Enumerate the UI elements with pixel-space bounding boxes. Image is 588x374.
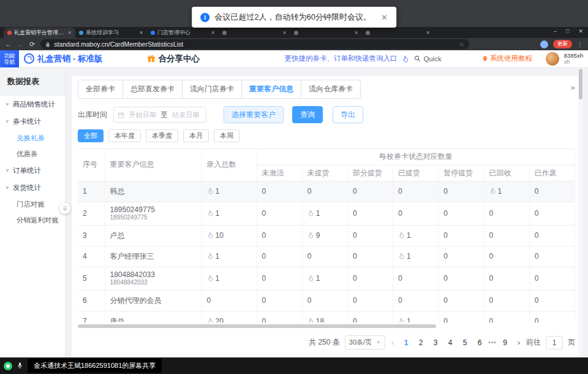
browser-menu-icon[interactable]: ⋮ [577, 41, 583, 48]
browser-tab-store[interactable]: 门店管理中心 ✕ [147, 28, 219, 38]
microphone-icon[interactable] [17, 362, 23, 370]
click-hand-icon [489, 188, 496, 194]
sidebar-collapse-handle[interactable]: ☰ [59, 203, 70, 214]
cell-status-count[interactable]: 1 [393, 311, 439, 322]
page-number[interactable]: 4 [444, 338, 456, 347]
tab-hq-direct-cards[interactable]: 总部直发券卡 [123, 80, 183, 99]
select-customer-button[interactable]: 选择重要客户 [224, 106, 284, 123]
close-window-icon[interactable]: ✕ [578, 28, 583, 34]
table-row[interactable]: 6分销代理的会员00000000 [78, 290, 575, 311]
function-nav-button[interactable]: 功能 导航 [0, 50, 19, 67]
back-icon[interactable]: ← [5, 41, 12, 48]
table-row[interactable]: 1韩总10000010 [78, 181, 575, 202]
user-avatar[interactable] [546, 52, 559, 66]
cell-total[interactable]: 20 [202, 311, 257, 322]
search-button[interactable]: 查询 [292, 106, 323, 123]
browser-tab-training[interactable]: 系统培训学习 ✕ [75, 28, 147, 38]
close-tab-icon[interactable]: ✕ [426, 30, 430, 36]
quick-filter-quarter[interactable]: 本季度 [146, 129, 178, 142]
quick-filter-week[interactable]: 本周 [214, 129, 239, 142]
date-range-input[interactable]: 开始日期 至 结束日期 [113, 107, 206, 123]
end-date-placeholder: 结束日期 [170, 110, 203, 120]
page-number[interactable]: 3 [429, 338, 442, 347]
browser-tab-gift-admin[interactable]: 礼盒营销平台管理中心 ✕ [4, 28, 75, 38]
sidebar-item-order-stats[interactable]: ▼ 订单统计 [0, 162, 65, 179]
tab-store-flow-cards[interactable]: 流向门店券卡 [182, 80, 242, 99]
quick-filter-month[interactable]: 本月 [183, 129, 209, 142]
system-tutorial-link[interactable]: 系统使用教程 [482, 54, 532, 63]
tab-warehouse-flow-cards[interactable]: 流向仓库券卡 [301, 80, 361, 99]
cell-index: 2 [78, 202, 105, 225]
cell-index: 6 [78, 290, 105, 311]
close-tab-icon[interactable]: ✕ [67, 30, 72, 36]
click-hand-icon [398, 232, 405, 239]
browser-update-button[interactable]: 更新 [553, 40, 572, 48]
browser-tab-5[interactable]: ✕ [290, 28, 362, 38]
prev-page-icon[interactable]: ‹ [390, 338, 395, 347]
page-number[interactable]: 1 [400, 338, 412, 347]
cell-customer: 客户经理张三 [105, 246, 202, 267]
quick-entry-link[interactable]: 更快捷的券卡、订单和快递查询入口 [284, 54, 397, 63]
collapse-panel-icon[interactable]: » [571, 83, 575, 92]
page-number[interactable]: 5 [459, 338, 471, 347]
cell-status-count[interactable]: 1 [484, 181, 529, 202]
minimize-icon[interactable]: – [554, 28, 557, 34]
vertical-scrollbar[interactable] [579, 69, 582, 99]
sidebar-item-card-stats[interactable]: ▼ 券卡统计 [0, 113, 65, 130]
browser-profile-avatar[interactable] [540, 40, 548, 48]
cell-total[interactable]: 10 [202, 225, 257, 246]
quick-filter-all[interactable]: 全部 [78, 129, 104, 142]
cell-status-count[interactable]: 1 [302, 202, 347, 225]
cell-total[interactable]: 1 [202, 202, 257, 225]
pagination-ellipsis[interactable]: ••• [488, 339, 497, 346]
page-number[interactable]: 6 [473, 338, 486, 347]
sidebar-item-shipping-stats[interactable]: ▼ 发货统计 [0, 179, 65, 196]
browser-tab-4[interactable]: ✕ [219, 28, 290, 38]
sidebar-item-discount-coupon[interactable]: 优惠券 [0, 146, 65, 162]
table-row[interactable]: 4客户经理张三10001000 [78, 246, 575, 267]
sidebar-item-product-sales[interactable]: ▼ 商品销售统计 [0, 96, 65, 113]
page-number[interactable]: 2 [415, 338, 427, 347]
horizontal-scrollbar[interactable] [78, 324, 436, 328]
table-row[interactable]: 3卢总100901000 [78, 225, 575, 246]
table-row[interactable]: 5180488420331804884203310100000 [78, 267, 575, 290]
close-tab-icon[interactable]: ✕ [354, 30, 358, 36]
quick-search[interactable]: Quick [414, 55, 441, 63]
cell-total[interactable]: 1 [202, 267, 257, 290]
cell-status-count[interactable]: 1 [393, 246, 439, 267]
sidebar-item-exchange-coupon[interactable]: 兑换礼券 [0, 130, 65, 146]
cell-status-count[interactable]: 18 [302, 311, 347, 322]
close-tab-icon[interactable]: ✕ [139, 30, 143, 36]
cell-status-count: 0 [302, 246, 347, 267]
browser-tab-6[interactable]: ✕ [362, 28, 434, 38]
close-tab-icon[interactable]: ✕ [282, 30, 287, 36]
sidebar-item-store-reconcile[interactable]: 门店对账 [0, 196, 65, 212]
cell-status-count[interactable]: 9 [302, 225, 347, 246]
close-toast-icon[interactable]: ✕ [381, 13, 388, 22]
cell-total[interactable]: 1 [202, 181, 257, 202]
tab-important-customers[interactable]: 重要客户信息 [241, 80, 301, 99]
quick-filter-year[interactable]: 本年度 [108, 129, 141, 142]
tab-all-cards[interactable]: 全部券卡 [78, 80, 123, 99]
goto-page-input[interactable] [546, 336, 563, 349]
table-row[interactable]: 7唐总2001801000 [78, 311, 575, 322]
page-size-select[interactable]: 30条/页 ▼ [345, 335, 385, 349]
page-number[interactable]: 9 [499, 338, 511, 347]
brand-logo-link[interactable]: 礼盒营销 - 标准版 [24, 53, 103, 64]
maximize-icon[interactable]: □ [566, 28, 569, 34]
cell-total[interactable]: 1 [202, 246, 257, 267]
close-tab-icon[interactable]: ✕ [211, 30, 215, 36]
export-button[interactable]: 导出 [333, 106, 363, 123]
cell-status-count[interactable]: 1 [302, 267, 347, 290]
next-page-icon[interactable]: › [516, 338, 521, 347]
forward-icon[interactable]: → [17, 41, 24, 48]
cell-status-count[interactable]: 1 [393, 225, 439, 246]
sidebar-item-rebate-reconcile[interactable]: 分销返利对账 [0, 212, 65, 228]
share-center-link[interactable]: 合分享中心 [147, 53, 200, 64]
url-field[interactable]: standard.maboy.cn/CardMemberStatisticsLi… [40, 39, 469, 49]
bookmark-star-icon[interactable]: ☆ [459, 41, 464, 48]
status-column-header: 暂停提货 [439, 165, 484, 181]
table-row[interactable]: 2189502497751895024977510100000 [78, 202, 575, 225]
refresh-icon[interactable]: ⟳ [29, 41, 35, 48]
click-hand-icon [307, 210, 314, 216]
